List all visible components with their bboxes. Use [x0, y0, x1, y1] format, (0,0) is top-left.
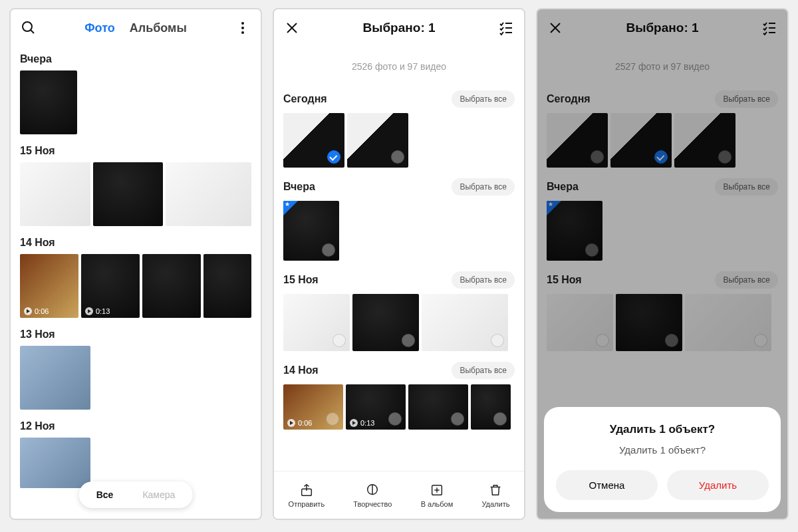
action-to-album[interactable]: В альбом [421, 483, 454, 508]
delete-dialog: Удалить 1 объект? Удалить 1 объект? Отме… [544, 407, 781, 512]
filter-camera[interactable]: Камера [128, 484, 190, 505]
photo-thumb[interactable] [422, 294, 508, 351]
selection-check[interactable] [451, 412, 464, 426]
action-bar: Отправить Творчество В альбом Удалить [274, 471, 524, 519]
selection-check[interactable] [332, 334, 346, 347]
gallery-photos-screen: Фото Альбомы Вчера 15 Ноя 14 Ноя 0:06 0:… [9, 8, 262, 520]
photo-thumb[interactable] [283, 113, 344, 168]
action-send[interactable]: Отправить [289, 483, 325, 508]
top-tabs: Фото Альбомы [84, 21, 187, 35]
selection-check[interactable] [391, 150, 404, 164]
filter-pill: Все Камера [79, 481, 193, 508]
selection-check[interactable] [402, 334, 415, 347]
dialog-title: Удалить 1 объект? [610, 423, 715, 436]
tab-albums[interactable]: Альбомы [130, 21, 187, 35]
section-nov15: 15 Ноя [283, 274, 319, 286]
video-thumb[interactable]: 0:13 [81, 254, 140, 318]
select-scroll[interactable]: 2526 фото и 97 видео Сегодня Выбрать все… [274, 47, 524, 471]
search-icon[interactable] [20, 19, 37, 37]
photo-thumb[interactable] [203, 254, 251, 318]
photo-thumb[interactable] [142, 254, 201, 318]
media-summary: 2526 фото и 97 видео [274, 47, 524, 84]
selection-check-on[interactable] [327, 150, 340, 164]
selection-check[interactable] [322, 243, 335, 257]
tab-photos[interactable]: Фото [84, 21, 114, 35]
select-all-nov14[interactable]: Выбрать все [452, 362, 515, 379]
photo-thumb[interactable] [20, 162, 90, 226]
section-nov14: 14 Ноя [283, 364, 319, 376]
close-icon[interactable] [283, 19, 301, 37]
section-yesterday: Вчера [20, 53, 52, 65]
section-nov14: 14 Ноя [20, 237, 55, 249]
section-nov13: 13 Ноя [20, 329, 55, 340]
dialog-cancel-button[interactable]: Отмена [556, 470, 658, 500]
photo-thumb[interactable] [283, 201, 339, 261]
selection-title: Выбрано: 1 [274, 21, 524, 35]
select-all-nov15[interactable]: Выбрать все [452, 271, 515, 289]
photo-thumb[interactable] [166, 162, 251, 226]
photo-thumb[interactable] [347, 113, 408, 168]
photo-thumb[interactable] [283, 294, 350, 351]
select-all-yesterday[interactable]: Выбрать все [452, 178, 515, 196]
topbar: Выбрано: 1 [274, 9, 524, 47]
video-thumb[interactable]: 0:06 [20, 254, 78, 318]
topbar: Фото Альбомы [11, 9, 261, 47]
dialog-message: Удалить 1 объект? [619, 444, 706, 456]
gallery-delete-confirm-screen: Выбрано: 1 2527 фото и 97 видео Сегодня … [536, 8, 789, 520]
photo-thumb[interactable] [471, 384, 511, 430]
photo-thumb[interactable] [352, 294, 419, 351]
section-today: Сегодня [283, 93, 327, 105]
selection-check[interactable] [326, 412, 339, 426]
section-nov15: 15 Ноя [20, 145, 55, 157]
action-create[interactable]: Творчество [353, 483, 392, 508]
photo-thumb[interactable] [93, 162, 164, 226]
photo-thumb[interactable] [20, 438, 90, 488]
photo-thumb[interactable] [20, 70, 77, 134]
selection-check[interactable] [491, 334, 504, 347]
gallery-select-screen: Выбрано: 1 2526 фото и 97 видео Сегодня … [273, 8, 525, 520]
select-mode-icon[interactable] [497, 19, 515, 37]
section-yesterday: Вчера [283, 181, 315, 193]
selection-check[interactable] [493, 412, 507, 426]
action-delete[interactable]: Удалить [481, 483, 509, 508]
selection-check[interactable] [388, 412, 402, 426]
photo-scroll[interactable]: Вчера 15 Ноя 14 Ноя 0:06 0:13 13 Ноя 12 … [11, 47, 261, 519]
dialog-confirm-button[interactable]: Удалить [667, 470, 769, 500]
section-nov12: 12 Ноя [20, 420, 55, 432]
more-icon[interactable] [234, 19, 251, 37]
svg-point-0 [23, 22, 32, 31]
svg-line-1 [31, 30, 34, 33]
favorite-badge [283, 201, 298, 215]
select-all-today[interactable]: Выбрать все [452, 90, 515, 108]
photo-thumb[interactable] [20, 346, 90, 410]
filter-all[interactable]: Все [82, 484, 128, 505]
photo-thumb[interactable] [408, 384, 468, 430]
video-thumb[interactable]: 0:13 [346, 384, 406, 430]
video-thumb[interactable]: 0:06 [283, 384, 343, 430]
